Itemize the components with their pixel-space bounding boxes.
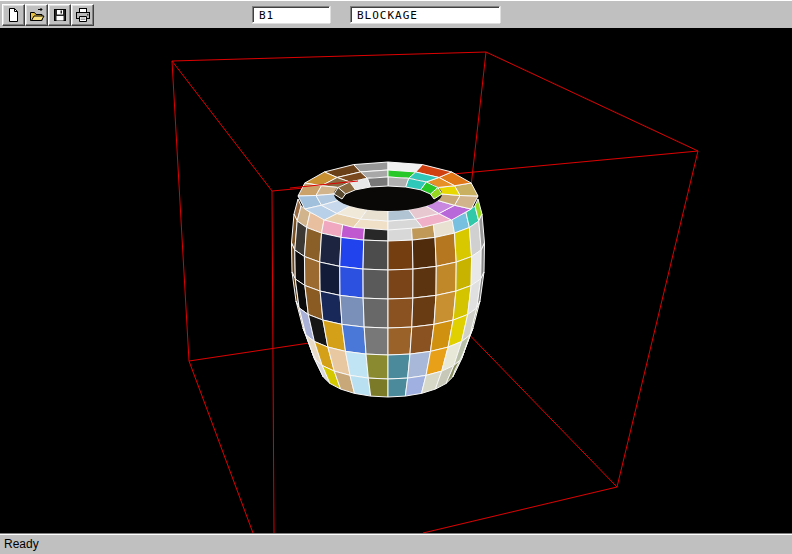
viewport-3d[interactable] [0, 28, 792, 533]
barrel-wall-quad [368, 378, 388, 397]
barrel-wall-quad [412, 237, 436, 269]
barrel-wall-quad [304, 228, 321, 263]
barrel-wall-quad [363, 269, 388, 299]
wireframe-edge [486, 52, 698, 151]
wireframe-edge [189, 361, 253, 533]
barrel-wall-quad [342, 324, 366, 354]
barrel-wall-quad [320, 233, 341, 266]
block-type-field[interactable] [350, 6, 500, 23]
barrel-wall-quad [320, 262, 340, 295]
barrel-wall-quad [388, 269, 413, 299]
print-icon [75, 7, 91, 23]
wireframe-edge [172, 61, 189, 361]
barrel-wall-quad [364, 327, 388, 355]
wireframe-edge [456, 321, 617, 487]
status-bar: Ready [0, 533, 792, 554]
barrel-wall-quad [340, 237, 364, 269]
wireframe-edge [423, 487, 617, 533]
barrel-wall-quad [413, 266, 436, 298]
save-icon [52, 7, 68, 23]
wireframe-edge [172, 61, 272, 191]
save-button[interactable] [48, 4, 71, 26]
barrel-inner-wall-quad [367, 177, 388, 187]
barrel-wall-quad [388, 327, 412, 355]
barrel-wall-quad [454, 228, 471, 263]
barrel-wall-quad [366, 354, 388, 379]
barrel-wall-quad [388, 240, 413, 270]
barrel-wall-quad [320, 291, 342, 324]
barrel-wall-quad [388, 298, 413, 328]
barrel-wall-quad [340, 295, 364, 327]
barrel-wall-quad [412, 295, 436, 327]
new-document-button[interactable] [2, 4, 25, 26]
toolbar [0, 0, 792, 28]
barrel-wall-quad [363, 298, 388, 328]
new-document-icon [6, 7, 22, 23]
barrel-inner-wall-quad [388, 177, 409, 187]
barrel-wall-quad [436, 262, 456, 295]
barrel-wall-quad [388, 354, 410, 379]
mesh-barrel [292, 162, 485, 397]
wireframe-edge [272, 191, 274, 533]
application-window: Ready [0, 0, 792, 554]
barrel-wall-quad [434, 291, 456, 324]
barrel-wall-quad [435, 233, 456, 266]
print-button[interactable] [71, 4, 94, 26]
open-file-button[interactable] [25, 4, 48, 26]
wireframe-edge [172, 52, 486, 61]
open-folder-icon [29, 7, 45, 23]
barrel-wall-quad [340, 266, 363, 298]
wireframe-edge [617, 151, 698, 487]
status-text: Ready [4, 537, 39, 551]
block-name-field[interactable] [252, 6, 330, 23]
barrel-wall-quad [388, 378, 408, 397]
scene-canvas [0, 28, 792, 533]
barrel-wall-quad [363, 240, 388, 270]
